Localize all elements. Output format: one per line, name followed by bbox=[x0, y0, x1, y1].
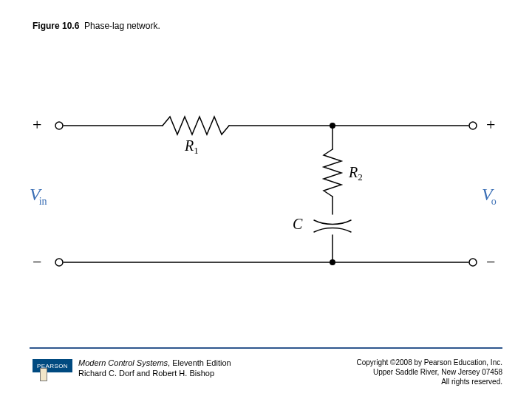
svg-point-8 bbox=[330, 259, 335, 265]
vo-label: Vo bbox=[482, 185, 498, 205]
footer-rule bbox=[30, 347, 502, 349]
pearson-logo: PEARSON bbox=[33, 359, 72, 372]
c-label: C bbox=[293, 216, 302, 233]
figure-number: Figure 10.6 bbox=[33, 21, 79, 31]
figure-title: Phase-lag network. bbox=[84, 21, 160, 31]
book-edition: , Eleventh Edition bbox=[168, 358, 231, 367]
svg-point-12 bbox=[469, 259, 477, 266]
svg-point-11 bbox=[469, 122, 477, 129]
copyright: Copyright ©2008 by Pearson Education, In… bbox=[357, 358, 503, 386]
out-minus-sign: − bbox=[486, 253, 495, 272]
figure-caption: Figure 10.6 Phase-lag network. bbox=[33, 21, 160, 31]
circuit-svg bbox=[30, 103, 502, 296]
flag-icon bbox=[40, 368, 47, 381]
circuit-diagram: + − + − Vin Vo R1 R2 C bbox=[30, 103, 502, 296]
out-plus-sign: + bbox=[486, 115, 495, 134]
book-credit: Modern Control Systems, Eleventh Edition… bbox=[78, 358, 231, 378]
in-plus-sign: + bbox=[33, 115, 41, 134]
footer: PEARSON Modern Control Systems, Eleventh… bbox=[0, 355, 532, 392]
svg-point-10 bbox=[55, 259, 63, 266]
book-title: Modern Control Systems bbox=[78, 358, 168, 367]
r1-label: R1 bbox=[185, 137, 199, 154]
svg-point-7 bbox=[330, 123, 335, 129]
in-minus-sign: − bbox=[33, 253, 41, 272]
vin-label: Vin bbox=[30, 185, 49, 205]
r2-label: R2 bbox=[349, 164, 363, 181]
book-authors: Richard C. Dorf and Robert H. Bishop bbox=[78, 369, 214, 378]
svg-point-9 bbox=[55, 122, 63, 129]
